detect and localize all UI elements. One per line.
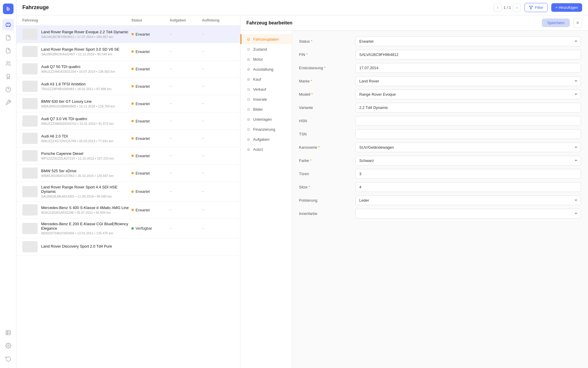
table-row[interactable]: Land Rover Range Rover Sport 3.0 SD V6 S…: [16, 43, 240, 60]
add-label: + Hinzufügen: [555, 5, 578, 10]
table-row[interactable]: BMW 630 6er GT Luxury Line WBAJW61010BM6…: [16, 95, 240, 112]
table-row[interactable]: Porsche Cayenne Diesel WP1ZZZ92ZDLA27215…: [16, 147, 240, 165]
fin-input[interactable]: [355, 50, 581, 59]
tasks-cell: ~: [170, 136, 202, 141]
table-row[interactable]: Audi A6 2.0 TDI WAUZZZ4G7DN115760 • 05.0…: [16, 130, 240, 147]
marke-row: Marke Land RoverBMWAudiMercedes-BenzPors…: [299, 76, 581, 86]
sidebar-item-files[interactable]: [2, 45, 14, 57]
nav-label: Inserate: [253, 97, 267, 102]
vehicle-cell: Land Rover Range Rover Evoque 2.2 Td4 Dy…: [22, 29, 131, 40]
tueren-input[interactable]: [355, 169, 581, 179]
status-select[interactable]: ErwartetVerfügbarVerkauftReserviert: [355, 37, 581, 46]
vehicle-name: Audi Q7 3.0 V6 TDI quattro: [41, 117, 113, 121]
status-dot: [131, 68, 134, 70]
ausstattung-icon: ⊘: [246, 67, 251, 72]
sitze-input[interactable]: [355, 182, 581, 192]
vehicle-cell: Land Rover Range Rover Sport 3.0 SD V6 S…: [22, 46, 131, 57]
edit-nav-item-inserate[interactable]: ⊙ Inserate: [240, 94, 292, 104]
sidebar-item-tools[interactable]: [2, 97, 14, 108]
edit-nav-item-bilder[interactable]: ⊙ Bilder: [240, 104, 292, 114]
status-cell: Erwartet: [131, 119, 170, 123]
listing-cell: ~: [202, 32, 234, 37]
sidebar-item-users[interactable]: [2, 58, 14, 69]
vehicle-sub: WAUZZZ4M0GD033742 • 22.01.2016 • 91.572 …: [41, 122, 113, 125]
status-dot: [131, 190, 134, 193]
fin-label: FIN: [299, 52, 352, 57]
erstzulassung-row: Erstzulassung: [299, 63, 581, 73]
nav-label: Finanzierung: [253, 127, 275, 132]
motor-icon: ⊘: [246, 57, 251, 62]
vehicle-cell: BMW 525 5er xDrive WBA5J91060GV37062 • 2…: [22, 168, 131, 179]
sidebar-item-table[interactable]: [2, 327, 14, 339]
hsn-input[interactable]: [355, 116, 581, 126]
edit-nav-item-aufgaben[interactable]: ⊘ Aufgaben: [240, 134, 292, 144]
pagination-text: 1 / 1: [504, 5, 511, 10]
vehicle-name: Mercedes-Benz S 400 S-Klasse d 4Matic AM…: [41, 205, 129, 210]
edit-nav-item-unterlagen[interactable]: ⊘ Unterlagen: [240, 114, 292, 124]
edit-nav-item-ausstattung[interactable]: ⊘ Ausstattung: [240, 64, 292, 74]
svg-point-11: [7, 345, 9, 347]
edit-nav-item-motor[interactable]: ⊘ Motor: [240, 54, 292, 64]
vehicle-list-panel: Fahrzeug Status Aufgaben Auflistung Land…: [16, 15, 240, 368]
vehicle-thumb: [22, 29, 38, 40]
table-row[interactable]: Mercedes-Benz E 200 E-Klasse CGI BlueEff…: [16, 219, 240, 238]
tsn-input[interactable]: [355, 129, 581, 139]
sidebar-item-badge[interactable]: [2, 71, 14, 82]
table-row[interactable]: Audi A3 1.8 TFSI Ambition TRUZZZ8P4B1005…: [16, 78, 240, 95]
innenfarbe-select[interactable]: SchwarzBeigeBraunGrau: [355, 209, 581, 218]
status-text: Verfügbar: [136, 226, 152, 231]
edit-nav-item-auto1[interactable]: ⊘ Auto1: [240, 144, 292, 154]
close-button[interactable]: ×: [573, 19, 582, 27]
edit-body: ⊙ Fahrzeugdaten ⊙ Zustand ⊘ Motor ⊘ Auss…: [240, 31, 588, 368]
sidebar-item-documents[interactable]: [2, 32, 14, 44]
listing-cell: ~: [202, 49, 234, 54]
vehicle-cell: Audi Q7 50 TDI quattro WAUZZZ4M1KD021334…: [22, 63, 131, 74]
fin-row: FIN: [299, 50, 581, 59]
pagination-controls: ‹ 1 / 1 ›: [494, 4, 521, 12]
vehicle-thumb: [22, 150, 38, 161]
table-row[interactable]: Land Rover Range Rover Evoque 2.2 Td4 Dy…: [16, 26, 240, 43]
vehicle-cell: Land Rover Range Rover Sport 4.4 SDI HSE…: [22, 185, 131, 198]
listing-cell: ~: [202, 101, 234, 106]
table-row[interactable]: Audi Q7 3.0 V6 TDI quattro WAUZZZ4M0GD03…: [16, 112, 240, 130]
save-button[interactable]: Speichern: [542, 19, 570, 27]
edit-nav-item-zustand[interactable]: ⊙ Zustand: [240, 44, 292, 54]
status-cell: Erwartet: [131, 32, 170, 37]
sidebar-item-vehicles[interactable]: [2, 19, 14, 31]
nav-label: Unterlagen: [253, 117, 272, 122]
pagination-next[interactable]: ›: [513, 4, 521, 12]
farbe-select[interactable]: SchwarzWeißSilberGrauBlauRot: [355, 156, 581, 165]
pagination-prev[interactable]: ‹: [494, 4, 502, 12]
sidebar-item-help[interactable]: [2, 84, 14, 95]
edit-nav-item-kauf[interactable]: ⊘ Kauf: [240, 74, 292, 84]
aufgaben-icon: ⊘: [246, 137, 251, 142]
list-header: Fahrzeug Status Aufgaben Auflistung: [16, 15, 240, 26]
sidebar-item-history[interactable]: [2, 353, 14, 364]
sidebar-item-settings[interactable]: [2, 340, 14, 352]
table-row[interactable]: Land Rover Discovery Sport 2.0 Td4 Pure: [16, 238, 240, 256]
listing-cell: ~: [202, 226, 234, 231]
table-row[interactable]: Mercedes-Benz S 400 S-Klasse d 4Matic AM…: [16, 201, 240, 219]
status-row: Status ErwartetVerfügbarVerkauftReservie…: [299, 37, 581, 46]
filter-button[interactable]: Filter: [524, 3, 548, 12]
variante-input[interactable]: [355, 103, 581, 112]
tsn-row: TSN: [299, 129, 581, 139]
erstzulassung-input[interactable]: [355, 63, 581, 73]
polsterung-select[interactable]: LederStoffAlcantaraKunstleder: [355, 195, 581, 205]
svg-marker-12: [529, 6, 533, 9]
karosserie-select[interactable]: SUV/GeländewagenLimousineKombiCoupeCabri…: [355, 142, 581, 152]
table-row[interactable]: BMW 525 5er xDrive WBA5J91060GV37062 • 2…: [16, 165, 240, 182]
vehicle-cell: Porsche Cayenne Diesel WP1ZZZ92ZDLA27215…: [22, 150, 131, 161]
vehicle-thumb: [22, 46, 38, 57]
main-content: Fahrzeuge ‹ 1 / 1 › Filter + Hinzufügen …: [16, 0, 588, 368]
table-row[interactable]: Audi Q7 50 TDI quattro WAUZZZ4M1KD021334…: [16, 60, 240, 78]
table-row[interactable]: Land Rover Range Rover Sport 4.4 SDI HSE…: [16, 182, 240, 201]
modell-select[interactable]: Range Rover Evoque: [355, 89, 581, 99]
edit-nav-item-verkauf[interactable]: ⊙ Verkauf: [240, 84, 292, 94]
marke-select[interactable]: Land RoverBMWAudiMercedes-BenzPorsche: [355, 76, 581, 86]
add-button[interactable]: + Hinzufügen: [551, 3, 582, 12]
status-dot: [131, 33, 134, 35]
edit-nav-item-fahrzeugdaten[interactable]: ⊙ Fahrzeugdaten: [240, 34, 292, 44]
edit-nav-item-finanzierung[interactable]: ⊙ Finanzierung: [240, 124, 292, 134]
sitze-row: Sitze: [299, 182, 581, 192]
